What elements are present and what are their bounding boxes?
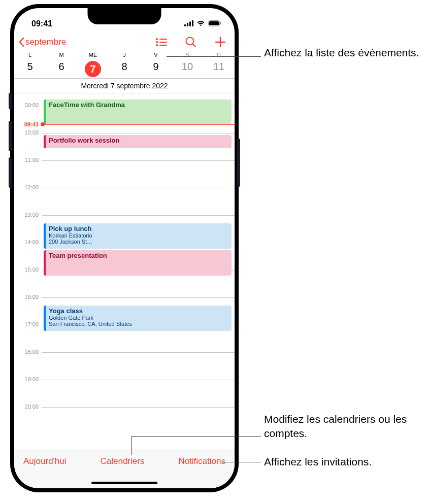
day-number: 7 xyxy=(77,61,109,77)
day-letter: V xyxy=(140,52,172,58)
side-button-volume-up xyxy=(9,121,12,151)
callout-line xyxy=(222,462,261,462)
day-letter: J xyxy=(109,52,140,58)
svg-point-11 xyxy=(156,44,158,46)
callout-list-events: Affichez la liste des évènements. xyxy=(264,46,419,60)
calendar-event[interactable]: FaceTime with Grandma xyxy=(44,99,232,124)
event-title: Team presentation xyxy=(49,252,228,259)
hour-label: 19:00 xyxy=(17,376,39,382)
notch xyxy=(88,8,161,24)
day-number: 10 xyxy=(172,61,203,73)
day-number: 6 xyxy=(46,61,77,73)
callout-line xyxy=(167,56,261,57)
now-label: 09:41 xyxy=(17,121,39,127)
hour-label: 15:00 xyxy=(17,266,39,273)
day-column[interactable]: ME7 xyxy=(77,52,109,77)
event-title: FaceTime with Grandma xyxy=(49,101,228,109)
phone-screen: 09:41 septembre xyxy=(14,8,235,488)
event-location: Golden Gate Park xyxy=(49,315,228,321)
nav-bar: septembre xyxy=(14,32,235,50)
day-number: 11 xyxy=(203,61,235,73)
calendar-event[interactable]: Pick up lunchKokkari Estiatorio200 Jacks… xyxy=(44,223,232,249)
week-row: L5M6ME7J8V9S10D11 xyxy=(14,50,235,79)
cellular-icon xyxy=(184,19,193,28)
calendar-event[interactable]: Yoga classGolden Gate ParkSan Francisco,… xyxy=(44,306,232,331)
hour-line xyxy=(42,188,235,188)
event-title: Pick up lunch xyxy=(49,225,228,232)
search-button[interactable] xyxy=(184,37,198,48)
back-label: septembre xyxy=(25,37,66,47)
hour-label: 14:00 xyxy=(17,239,39,245)
back-button[interactable]: septembre xyxy=(18,37,66,47)
callout-line xyxy=(131,436,261,437)
svg-rect-3 xyxy=(192,20,193,26)
hour-label: 10:00 xyxy=(17,129,39,136)
inbox-button[interactable]: Notifications xyxy=(178,456,225,488)
callout-view-invitations: Affichez les invitations. xyxy=(264,455,372,469)
calendar-event[interactable]: Portfolio work session xyxy=(44,135,232,148)
status-time: 09:41 xyxy=(31,19,52,28)
hour-line xyxy=(42,297,235,298)
now-bar xyxy=(45,124,235,125)
today-button[interactable]: Aujourd'hui xyxy=(23,456,67,488)
svg-rect-6 xyxy=(220,22,221,25)
home-indicator[interactable] xyxy=(91,482,157,484)
hour-line xyxy=(42,160,235,161)
hour-label: 16:00 xyxy=(17,294,39,300)
day-number: 5 xyxy=(14,61,46,73)
day-column[interactable]: S10 xyxy=(172,52,203,77)
event-title: Yoga class xyxy=(49,307,228,315)
hour-line xyxy=(42,215,235,216)
day-letter: ME xyxy=(77,52,109,58)
svg-rect-10 xyxy=(159,42,167,43)
event-title: Portfolio work session xyxy=(49,137,228,144)
callout-line xyxy=(131,436,133,455)
svg-rect-1 xyxy=(187,23,188,26)
svg-rect-5 xyxy=(209,21,219,25)
day-column[interactable]: V9 xyxy=(140,52,172,77)
hour-label: 13:00 xyxy=(17,212,39,218)
day-letter: L xyxy=(14,52,46,58)
hour-row: 12:00 xyxy=(14,188,235,215)
timeline[interactable]: 09:0010:0011:0012:0013:0014:0015:0016:00… xyxy=(14,93,235,418)
day-column[interactable]: L5 xyxy=(14,52,46,77)
day-number: 9 xyxy=(140,61,172,73)
current-time-indicator: 09:41 xyxy=(17,124,235,125)
day-letter: D xyxy=(203,52,235,58)
full-date: Mercredi 7 septembre 2022 xyxy=(14,79,235,93)
day-number: 8 xyxy=(109,61,140,73)
list-icon xyxy=(155,38,168,47)
list-view-button[interactable] xyxy=(154,37,169,48)
day-letter: M xyxy=(46,52,77,58)
hour-label: 17:00 xyxy=(17,321,39,327)
plus-icon xyxy=(215,37,226,48)
hour-label: 20:00 xyxy=(17,404,39,410)
event-address: San Francisco, CA, United States xyxy=(49,321,228,327)
wifi-icon xyxy=(196,19,205,28)
side-button-mute xyxy=(9,93,12,109)
svg-line-14 xyxy=(193,44,195,47)
hour-label: 09:00 xyxy=(17,102,39,108)
callout-modify-calendars: Modifiez les calendriers ou les comptes. xyxy=(264,412,427,441)
add-event-button[interactable] xyxy=(213,37,227,48)
hour-row: 20:00 xyxy=(14,407,235,418)
day-column[interactable]: J8 xyxy=(109,52,140,77)
svg-rect-12 xyxy=(159,45,167,46)
day-column[interactable]: M6 xyxy=(46,52,77,77)
side-button-power xyxy=(237,139,240,187)
hour-line xyxy=(42,352,235,353)
hour-row: 18:00 xyxy=(14,352,235,380)
battery-icon xyxy=(208,19,221,28)
svg-rect-0 xyxy=(184,24,186,26)
svg-rect-8 xyxy=(159,39,167,40)
day-column[interactable]: D11 xyxy=(203,52,235,77)
event-location: Kokkari Estiatorio xyxy=(49,232,228,239)
calendar-event[interactable]: Team presentation xyxy=(44,250,232,276)
svg-point-13 xyxy=(186,38,194,45)
svg-point-9 xyxy=(156,41,158,43)
hour-label: 11:00 xyxy=(17,157,39,163)
hour-line xyxy=(42,133,235,133)
hour-row: 19:00 xyxy=(14,380,235,407)
hour-label: 18:00 xyxy=(17,349,39,355)
search-icon xyxy=(185,37,196,48)
